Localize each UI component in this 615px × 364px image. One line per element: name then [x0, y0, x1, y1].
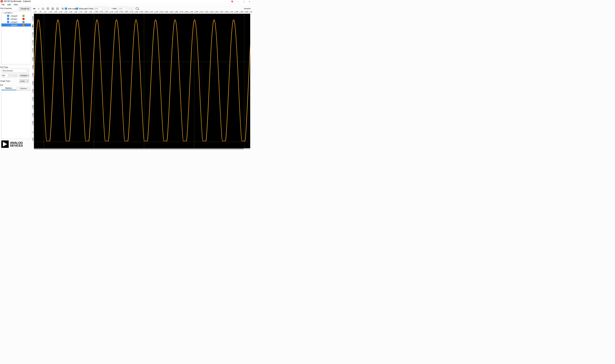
svg-text:+10: +10 [49, 11, 52, 13]
svg-text:+400: +400 [244, 11, 248, 13]
svg-text:+8000: +8000 [32, 65, 34, 70]
svg-text:+0: +0 [32, 131, 34, 133]
y-max-decrement-button[interactable]: − [103, 7, 106, 11]
menubar: File Edit View [0, 3, 252, 6]
svg-text:+1000: +1000 [32, 121, 34, 126]
svg-text:+5000: +5000 [32, 89, 34, 93]
svg-text:+7000: +7000 [32, 73, 34, 78]
waveform-traces [34, 20, 250, 141]
channel-label: voltage1 [11, 18, 17, 20]
plot-channels-label: Plot Channels [0, 7, 12, 9]
svg-text:+270: +270 [179, 11, 183, 13]
y-min-input[interactable] [117, 7, 126, 11]
svg-text:+180: +180 [134, 11, 138, 13]
plot-toolbar: ✓ Auto scale ✓ Show grid Y Max: − + Y Mi… [32, 6, 252, 11]
svg-text:+90: +90 [89, 11, 92, 13]
channel-color-swatch[interactable] [23, 24, 25, 26]
svg-text:+2000: +2000 [32, 113, 34, 117]
window-title: ADI IIO Oscilloscope - Capture1 [3, 0, 31, 2]
sample-count-input[interactable] [1, 74, 9, 77]
horizontal-scrollbar[interactable] [34, 148, 250, 149]
svg-text:+0: +0 [44, 11, 46, 13]
tab-markers[interactable]: Markers [1, 86, 16, 90]
channel-label: voltage0 [11, 15, 17, 17]
close-button[interactable]: × [247, 0, 252, 3]
svg-text:+110: +110 [99, 11, 103, 13]
channel-row[interactable]: ✓ voltage2 [1, 20, 31, 24]
channel-row[interactable]: ✓ voltage0 [1, 14, 31, 17]
snapshot-icon[interactable] [42, 7, 44, 10]
svg-text:+14000: +14000 [32, 16, 34, 22]
logo-line2: DEVICES [10, 144, 23, 147]
plot-canvas[interactable] [34, 14, 250, 148]
device-tree-row[interactable]: ▾ ad7383-4 [1, 12, 31, 14]
channel-color-swatch[interactable] [23, 15, 25, 17]
minimize-button[interactable]: – [235, 0, 241, 3]
tab-devices[interactable]: Devices [16, 86, 31, 90]
sample-unit-select[interactable]: Samples ▾ [19, 74, 29, 77]
channel-checkbox[interactable]: ✓ [7, 24, 9, 26]
sample-unit-value: Samples [20, 75, 27, 77]
svg-text:+360: +360 [224, 11, 228, 13]
channel-checkbox[interactable]: ✓ [7, 18, 9, 20]
sample-count-increment-button[interactable]: + [14, 74, 18, 77]
main-area: ✓ Auto scale ✓ Show grid Y Max: − + Y Mi… [32, 6, 252, 149]
auto-scale-checkbox[interactable]: ✓ [65, 8, 67, 10]
ruler-corner [32, 11, 34, 14]
check-icon: ✓ [76, 8, 78, 10]
check-icon: ✓ [7, 18, 9, 20]
play-icon[interactable] [37, 7, 40, 10]
maximize-button[interactable]: □ [241, 0, 247, 3]
channel-color-swatch[interactable] [23, 21, 25, 23]
channel-label: voltage3 [11, 24, 17, 26]
channel-list: ✓ voltage0 ✓ voltage1 ✓ voltage2 ✓ volta… [1, 14, 31, 26]
y-min-increment-button[interactable]: + [130, 7, 134, 11]
capture-run-icon[interactable] [33, 7, 36, 10]
channel-row[interactable]: ✓ voltage1 [1, 17, 31, 20]
channel-label: voltage2 [11, 21, 17, 23]
grid-view-icon[interactable] [51, 7, 54, 10]
chevron-down-icon: ▾ [28, 75, 29, 76]
svg-text:+210: +210 [149, 11, 153, 13]
menu-edit[interactable]: Edit [6, 3, 12, 6]
svg-text:+4000: +4000 [32, 97, 34, 102]
svg-text:+120: +120 [104, 11, 108, 13]
graph-type-select[interactable]: Lines ▾ [19, 79, 29, 83]
menu-file[interactable]: File [0, 3, 6, 6]
svg-text:+350: +350 [220, 11, 223, 13]
svg-text:+30: +30 [59, 11, 62, 13]
check-icon: ✓ [65, 8, 67, 10]
channel-checkbox[interactable]: ✓ [7, 15, 9, 17]
tree-expander-icon[interactable]: ▾ [3, 12, 3, 14]
channel-row[interactable]: ✓ voltage3 [1, 24, 31, 26]
plot-type-select[interactable]: Time Domain ▾ [1, 69, 29, 72]
y-min-label: Y Min: [112, 8, 117, 10]
menu-view[interactable]: View [12, 3, 19, 6]
y-max-input[interactable] [94, 7, 102, 11]
svg-text:+40: +40 [64, 11, 67, 13]
app-icon [1, 0, 3, 2]
pan-move-icon[interactable] [61, 7, 64, 10]
svg-text:+20: +20 [54, 11, 57, 13]
channel-checkbox[interactable]: ✓ [7, 21, 9, 23]
disable-all-button[interactable]: Disable All [19, 7, 31, 11]
svg-text:-1000: -1000 [32, 137, 34, 142]
y-max-increment-button[interactable]: + [106, 7, 110, 11]
svg-text:+140: +140 [114, 11, 118, 13]
markers-panel [1, 90, 31, 139]
svg-text:+3000: +3000 [32, 105, 34, 109]
y-max-label: Y Max: [88, 8, 94, 10]
svg-text:+200: +200 [144, 11, 148, 13]
horizontal-scrollbar-thumb[interactable] [34, 148, 244, 149]
plot-settings-icon[interactable] [56, 7, 59, 10]
sample-count-decrement-button[interactable]: − [9, 74, 13, 77]
svg-text:+60: +60 [74, 11, 77, 13]
show-grid-checkbox[interactable]: ✓ [76, 8, 78, 10]
svg-text:+280: +280 [184, 11, 188, 13]
channel-color-swatch[interactable] [23, 18, 25, 20]
y-min-decrement-button[interactable]: − [126, 7, 130, 11]
check-icon: ✓ [7, 15, 9, 17]
new-plot-icon[interactable] [136, 7, 139, 10]
chevron-down-icon: ▾ [27, 70, 28, 72]
save-icon[interactable] [46, 7, 49, 10]
